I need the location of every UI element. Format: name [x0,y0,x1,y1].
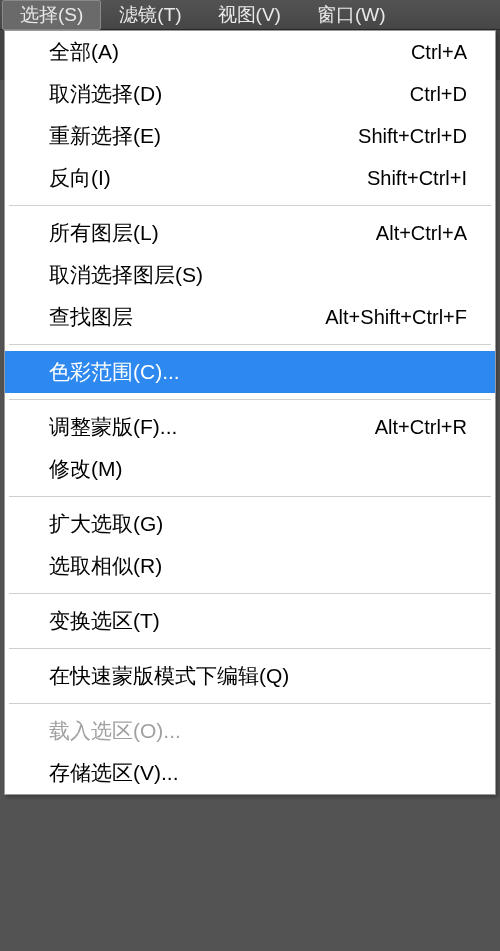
menu-item-inverse[interactable]: 反向(I) Shift+Ctrl+I [5,157,495,199]
menu-item-deselect-layers[interactable]: 取消选择图层(S) [5,254,495,296]
select-dropdown: 全部(A) Ctrl+A 取消选择(D) Ctrl+D 重新选择(E) Shif… [4,30,496,795]
menu-window[interactable]: 窗口(W) [299,0,404,30]
menu-item-modify[interactable]: 修改(M) [5,448,495,490]
menu-item-label: 扩大选取(G) [49,510,163,538]
menu-item-find-layers[interactable]: 查找图层 Alt+Shift+Ctrl+F [5,296,495,338]
menu-item-label: 反向(I) [49,164,111,192]
menu-item-select-all[interactable]: 全部(A) Ctrl+A [5,31,495,73]
menu-item-label: 色彩范围(C)... [49,358,180,386]
menu-item-load-selection[interactable]: 载入选区(O)... [5,710,495,752]
menubar: 选择(S) 滤镜(T) 视图(V) 窗口(W) [0,0,500,30]
menu-item-label: 重新选择(E) [49,122,161,150]
menu-item-shortcut: Ctrl+A [411,41,467,64]
menu-item-label: 修改(M) [49,455,122,483]
menu-item-similar[interactable]: 选取相似(R) [5,545,495,587]
menu-item-shortcut: Shift+Ctrl+D [358,125,467,148]
menu-item-label: 全部(A) [49,38,119,66]
menu-item-label: 存储选区(V)... [49,759,179,787]
menu-item-label: 查找图层 [49,303,133,331]
menu-view[interactable]: 视图(V) [200,0,299,30]
menu-item-all-layers[interactable]: 所有图层(L) Alt+Ctrl+A [5,212,495,254]
menu-separator [9,496,491,497]
menu-item-shortcut: Alt+Ctrl+A [376,222,467,245]
menu-item-save-selection[interactable]: 存储选区(V)... [5,752,495,794]
menu-separator [9,593,491,594]
menu-item-grow[interactable]: 扩大选取(G) [5,503,495,545]
menu-item-label: 取消选择图层(S) [49,261,203,289]
menu-item-transform-selection[interactable]: 变换选区(T) [5,600,495,642]
menu-item-edit-quick-mask[interactable]: 在快速蒙版模式下编辑(Q) [5,655,495,697]
menu-separator [9,399,491,400]
menu-select[interactable]: 选择(S) [2,0,101,30]
menu-item-shortcut: Ctrl+D [410,83,467,106]
menu-item-label: 载入选区(O)... [49,717,181,745]
menu-item-shortcut: Alt+Ctrl+R [375,416,467,439]
menu-item-shortcut: Shift+Ctrl+I [367,167,467,190]
menu-separator [9,344,491,345]
menu-item-label: 变换选区(T) [49,607,160,635]
menu-filter[interactable]: 滤镜(T) [101,0,199,30]
menu-item-label: 取消选择(D) [49,80,162,108]
menu-item-label: 所有图层(L) [49,219,159,247]
menu-item-deselect[interactable]: 取消选择(D) Ctrl+D [5,73,495,115]
menu-item-reselect[interactable]: 重新选择(E) Shift+Ctrl+D [5,115,495,157]
menu-separator [9,648,491,649]
menu-item-label: 选取相似(R) [49,552,162,580]
menu-item-label: 调整蒙版(F)... [49,413,177,441]
menu-separator [9,703,491,704]
menu-separator [9,205,491,206]
menu-item-refine-mask[interactable]: 调整蒙版(F)... Alt+Ctrl+R [5,406,495,448]
menu-item-shortcut: Alt+Shift+Ctrl+F [325,306,467,329]
menu-item-label: 在快速蒙版模式下编辑(Q) [49,662,289,690]
menu-item-color-range[interactable]: 色彩范围(C)... [5,351,495,393]
